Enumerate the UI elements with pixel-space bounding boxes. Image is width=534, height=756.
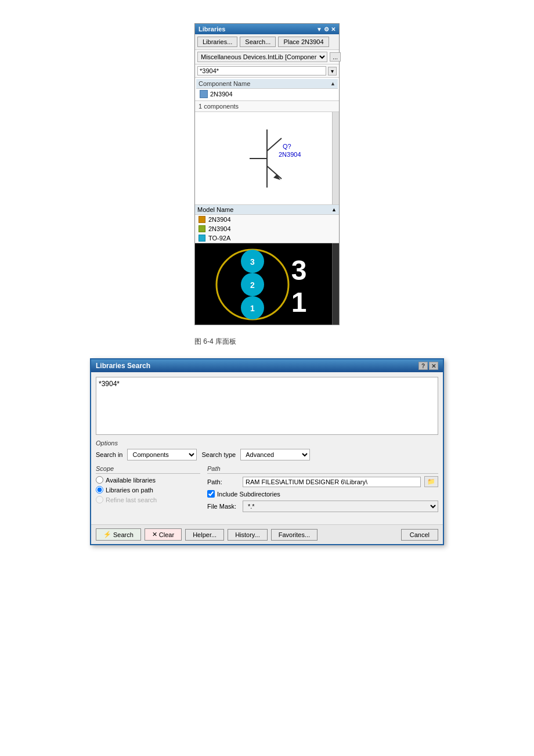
- search-btn-label: Search: [113, 531, 134, 538]
- libraries-on-path-radio[interactable]: [96, 486, 103, 494]
- component-list: Component Name ▲ 2N3904: [195, 78, 339, 101]
- svg-text:Q?: Q?: [283, 143, 291, 150]
- sort-icon[interactable]: ▲: [330, 81, 335, 87]
- footprint-scrollbar[interactable]: [332, 243, 339, 325]
- dialog-title: Libraries Search: [96, 362, 150, 370]
- svg-text:2N3904: 2N3904: [279, 151, 301, 158]
- figure-caption: 图 6-4 库面板: [194, 337, 340, 347]
- component-icon: [200, 90, 208, 98]
- svg-text:2: 2: [250, 280, 255, 290]
- clear-btn-label: Clear: [159, 531, 174, 538]
- dialog-titlebar: Libraries Search ? ✕: [91, 359, 443, 372]
- search-in-dropdown[interactable]: Components Footprints 3D Models: [127, 449, 197, 460]
- path-section-label: Path: [207, 465, 438, 474]
- model-spice-name: 2N3904: [208, 216, 231, 223]
- path-input[interactable]: [243, 477, 421, 487]
- folder-button[interactable]: 📁: [424, 476, 438, 487]
- component-list-header: Component Name ▲: [196, 79, 338, 89]
- settings-icon[interactable]: ⚙: [324, 26, 329, 33]
- footprint-preview: 3 2 1 3 1: [195, 243, 339, 325]
- library-search-dropdown[interactable]: ▾: [328, 67, 337, 75]
- footprint-svg: 3 2 1 3 1: [203, 245, 331, 323]
- search-button[interactable]: Search...: [240, 37, 276, 47]
- spice-icon: [199, 216, 205, 223]
- dialog-helper-button[interactable]: Helper...: [185, 529, 224, 541]
- svg-text:3: 3: [250, 257, 255, 267]
- dialog-help-icon[interactable]: ?: [418, 362, 428, 370]
- search-in-label: Search in: [96, 451, 122, 458]
- dialog-history-button[interactable]: History...: [228, 529, 268, 541]
- options-label: Options: [96, 440, 438, 447]
- model-row-3d[interactable]: TO-92A: [195, 233, 339, 243]
- libraries-on-path-label: Libraries on path: [106, 487, 153, 494]
- file-mask-label: File Mask:: [207, 503, 239, 510]
- scope-path-row: Scope Available libraries Libraries on p…: [96, 465, 438, 515]
- component-name-col-header: Component Name: [199, 80, 250, 87]
- preview-scrollbar[interactable]: [332, 112, 339, 204]
- libraries-button[interactable]: Libraries...: [197, 37, 237, 47]
- library-ellipsis-button[interactable]: ...: [330, 52, 341, 62]
- pcb-icon: [199, 225, 205, 232]
- titlebar-controls: ▼ ⚙ ✕: [316, 26, 335, 33]
- search-query-area[interactable]: *3904*: [96, 377, 438, 435]
- dialog-cancel-button[interactable]: Cancel: [401, 529, 438, 541]
- libraries-panel: Libraries ▼ ⚙ ✕ Libraries... Search... P…: [194, 23, 340, 325]
- model-name-section: Model Name ▲ 2N3904 2N3904 TO-92A: [195, 205, 339, 243]
- svg-rect-7: [203, 245, 331, 323]
- options-section: Options Search in Components Footprints …: [96, 440, 438, 460]
- file-mask-row: File Mask: *.*: [207, 501, 438, 512]
- close-icon[interactable]: ✕: [331, 26, 335, 33]
- dialog-titlebar-controls: ? ✕: [418, 362, 438, 370]
- model-name-header: Model Name ▲: [195, 205, 339, 215]
- model-name-col-header: Model Name: [197, 206, 233, 213]
- refine-last-search-radio[interactable]: [96, 496, 103, 503]
- include-subdirectories-row: Include Subdirectories: [207, 490, 438, 498]
- libraries-search-dialog: Libraries Search ? ✕ *3904* Options Sear…: [90, 358, 444, 545]
- search-type-dropdown[interactable]: Advanced Simple: [240, 449, 310, 460]
- dialog-search-button[interactable]: ⚡ Search: [96, 528, 141, 541]
- component-row[interactable]: 2N3904: [196, 89, 338, 99]
- components-count: 1 components: [195, 101, 339, 112]
- available-libraries-row: Available libraries: [96, 476, 200, 484]
- dialog-footer: ⚡ Search ✕ Clear Helper... History... Fa…: [91, 524, 443, 544]
- dialog-body: *3904* Options Search in Components Foot…: [91, 372, 443, 524]
- panel-titlebar: Libraries ▼ ⚙ ✕: [195, 24, 339, 34]
- library-dropdown[interactable]: Miscellaneous Devices.IntLib [Componer: [197, 52, 327, 62]
- 3d-icon: [199, 235, 205, 242]
- model-row-spice[interactable]: 2N3904: [195, 215, 339, 224]
- include-subdirectories-checkbox[interactable]: [207, 490, 215, 498]
- svg-line-3: [267, 138, 282, 151]
- search-query-text: *3904*: [99, 380, 120, 388]
- search-type-label: Search type: [201, 451, 236, 458]
- model-3d-name: TO-92A: [208, 235, 230, 242]
- component-name: 2N3904: [210, 91, 233, 98]
- dialog-close-icon[interactable]: ✕: [429, 362, 438, 370]
- library-search-box: ▾: [195, 64, 339, 78]
- available-libraries-radio[interactable]: [96, 476, 103, 484]
- library-selector: Miscellaneous Devices.IntLib [Componer .…: [195, 50, 339, 64]
- include-subdirectories-label: Include Subdirectories: [217, 491, 280, 498]
- library-search-input[interactable]: [197, 66, 326, 75]
- svg-text:1: 1: [291, 287, 307, 318]
- file-mask-dropdown[interactable]: *.*: [243, 501, 438, 512]
- svg-text:1: 1: [250, 304, 255, 313]
- transistor-symbol: Q? 2N3904: [229, 121, 305, 196]
- svg-text:3: 3: [291, 255, 307, 286]
- model-scroll-up[interactable]: ▲: [331, 207, 337, 213]
- clear-icon: ✕: [152, 531, 157, 538]
- available-libraries-label: Available libraries: [106, 477, 156, 484]
- dialog-favorites-button[interactable]: Favorites...: [271, 529, 317, 541]
- options-row: Search in Components Footprints 3D Model…: [96, 449, 438, 460]
- scope-label: Scope: [96, 465, 200, 474]
- pin-icon[interactable]: ▼: [316, 26, 322, 33]
- model-pcb-name: 2N3904: [208, 225, 231, 232]
- scope-section: Scope Available libraries Libraries on p…: [96, 465, 200, 515]
- place-button[interactable]: Place 2N3904: [278, 37, 329, 47]
- search-run-icon: ⚡: [103, 531, 111, 538]
- path-label: Path:: [207, 478, 239, 485]
- model-row-pcb[interactable]: 2N3904: [195, 224, 339, 233]
- refine-last-search-row: Refine last search: [96, 496, 200, 503]
- dialog-clear-button[interactable]: ✕ Clear: [145, 528, 182, 541]
- panel-toolbar: Libraries... Search... Place 2N3904: [195, 34, 339, 50]
- component-preview: Q? 2N3904: [195, 112, 339, 205]
